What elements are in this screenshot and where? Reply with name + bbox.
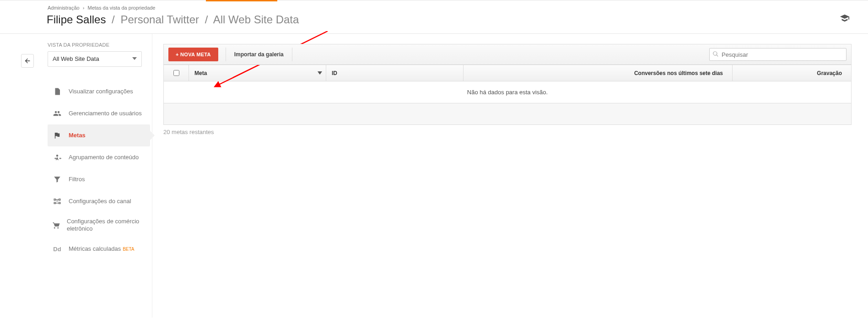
funnel-icon xyxy=(52,175,62,183)
sidebar: VISTA DA PROPRIEDADE All Web Site Data V… xyxy=(0,34,152,318)
page-title: Filipe Salles / Personal Twitter / All W… xyxy=(47,13,868,26)
col-header-id[interactable]: ID xyxy=(326,65,463,81)
sidebar-item-label: Agrupamento de conteúdo xyxy=(69,154,139,161)
action-bar: + NOVA META Importar da galeria xyxy=(163,44,852,65)
import-gallery-button[interactable]: Importar da galeria xyxy=(226,48,292,61)
tab-indicator xyxy=(206,0,277,1)
title-property[interactable]: Personal Twitter xyxy=(120,13,199,26)
search-icon xyxy=(712,51,722,59)
breadcrumb-root[interactable]: Administração xyxy=(48,5,80,11)
dd-icon: Dd xyxy=(52,246,62,253)
select-all-cell xyxy=(164,70,189,76)
sidebar-list: Visualizar configurações Gerenciamento d… xyxy=(48,81,152,260)
new-goal-button[interactable]: + NOVA META xyxy=(168,48,218,61)
view-selector[interactable]: All Web Site Data xyxy=(48,51,142,67)
table-empty-message: Não há dados para esta visão. xyxy=(164,81,851,103)
sidebar-item-user-management[interactable]: Gerenciamento de usuários xyxy=(48,102,150,124)
users-icon xyxy=(52,109,62,118)
col-header-label: ID xyxy=(332,70,337,76)
search-box[interactable] xyxy=(709,48,846,61)
channels-icon xyxy=(52,197,62,205)
breadcrumb-current: Metas da vista da propriedade xyxy=(88,5,156,11)
breadcrumb: Administração › Metas da vista da propri… xyxy=(48,5,868,11)
flag-icon xyxy=(52,131,62,140)
sidebar-item-calculated-metrics[interactable]: Dd Métricas calculadasBETA xyxy=(48,238,150,260)
col-header-recording[interactable]: Gravação xyxy=(732,65,851,81)
sidebar-item-label: Configurações do canal xyxy=(69,198,131,205)
sidebar-item-label: Gerenciamento de usuários xyxy=(69,110,142,117)
sidebar-item-label: Métricas calculadasBETA xyxy=(69,245,135,253)
sidebar-item-ecommerce-settings[interactable]: Configurações de comércio eletrônico xyxy=(48,212,150,238)
sidebar-item-label: Visualizar configurações xyxy=(69,88,133,95)
title-view[interactable]: All Web Site Data xyxy=(213,13,299,26)
search-input[interactable] xyxy=(722,51,843,58)
sort-desc-icon xyxy=(318,70,326,76)
sidebar-item-label: Filtros xyxy=(69,176,85,183)
col-header-label: Gravação xyxy=(817,70,842,76)
col-header-label: Conversões nos últimos sete dias xyxy=(634,70,723,76)
caret-down-icon xyxy=(132,51,137,67)
beta-badge: BETA xyxy=(123,247,134,252)
sidebar-item-label: Configurações de comércio eletrônico xyxy=(67,218,146,233)
document-icon xyxy=(52,87,62,96)
sidebar-item-filters[interactable]: Filtros xyxy=(48,168,150,190)
breadcrumb-separator: › xyxy=(83,5,85,11)
sidebar-item-goals[interactable]: Metas xyxy=(48,124,150,146)
select-all-checkbox[interactable] xyxy=(173,70,179,76)
goals-table: Meta ID Conversões nos últimos sete dias… xyxy=(163,65,852,125)
sidebar-item-view-settings[interactable]: Visualizar configurações xyxy=(48,81,150,102)
sidebar-item-channel-settings[interactable]: Configurações do canal xyxy=(48,190,150,212)
goals-remaining: 20 metas restantes xyxy=(163,129,852,135)
header: Administração › Metas da vista da propri… xyxy=(0,0,868,34)
education-icon[interactable] xyxy=(840,13,850,26)
table-footer xyxy=(164,103,851,124)
main-content: + NOVA META Importar da galeria Meta xyxy=(152,34,868,135)
title-account[interactable]: Filipe Salles xyxy=(47,13,106,26)
col-header-label: Meta xyxy=(194,70,207,76)
person-arrows-icon xyxy=(52,153,62,162)
sidebar-item-label: Metas xyxy=(69,132,86,139)
col-header-meta[interactable]: Meta xyxy=(189,65,326,81)
cart-icon xyxy=(52,221,60,229)
title-sep: / xyxy=(205,13,208,26)
title-sep: / xyxy=(112,13,115,26)
sidebar-section-label: VISTA DA PROPRIEDADE xyxy=(48,42,152,48)
sidebar-item-content-grouping[interactable]: Agrupamento de conteúdo xyxy=(48,146,150,168)
table-header: Meta ID Conversões nos últimos sete dias… xyxy=(164,65,851,81)
col-header-conversions[interactable]: Conversões nos últimos sete dias xyxy=(463,65,732,81)
view-selector-value: All Web Site Data xyxy=(53,51,99,67)
